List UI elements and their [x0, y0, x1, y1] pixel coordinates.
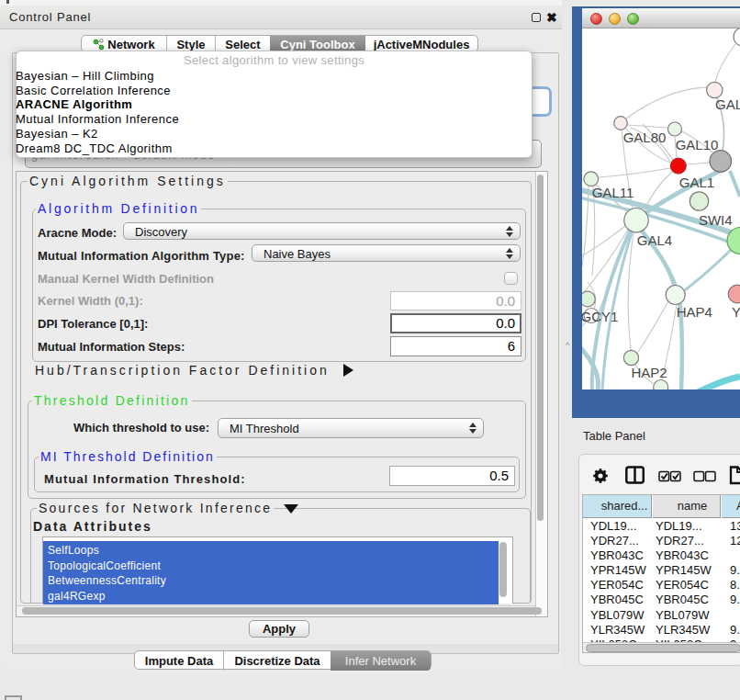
svg-text:SWI4: SWI4: [699, 212, 733, 228]
svg-text:GAL7: GAL7: [715, 96, 740, 112]
svg-text:Y: Y: [732, 304, 740, 320]
svg-text:GAL10: GAL10: [676, 137, 719, 152]
svg-text:GAL11: GAL11: [592, 185, 634, 200]
svg-text:GAL80: GAL80: [623, 130, 667, 145]
svg-text:GAL4: GAL4: [637, 232, 672, 248]
svg-text:GAL1: GAL1: [679, 175, 714, 190]
svg-text:GCY1: GCY1: [582, 309, 618, 324]
svg-text:HAP4: HAP4: [677, 304, 712, 320]
svg-text:HAP2: HAP2: [631, 365, 667, 380]
